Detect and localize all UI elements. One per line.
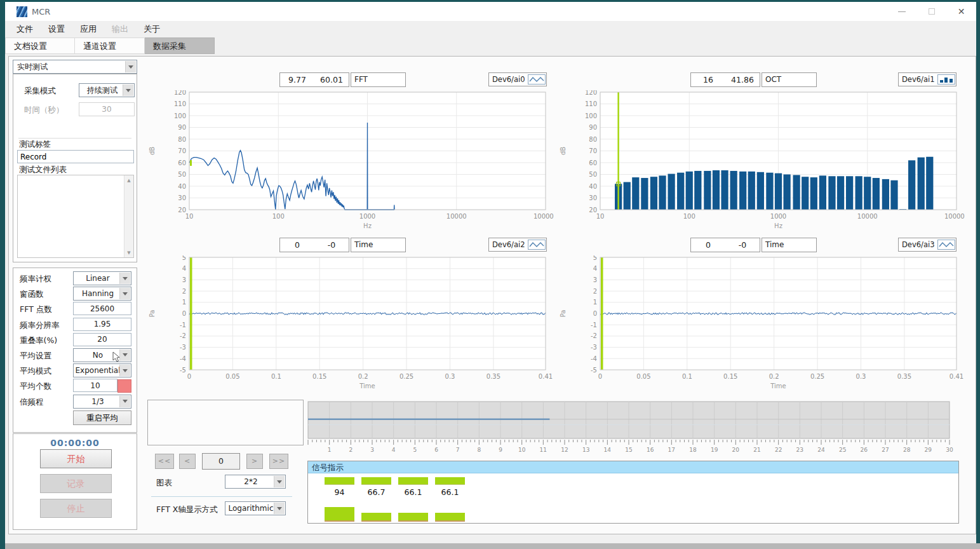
app-title: MCR: [32, 7, 50, 17]
test-mode-select[interactable]: 实时测试: [13, 60, 137, 74]
svg-text:70: 70: [178, 147, 186, 154]
svg-text:0.05: 0.05: [225, 373, 239, 380]
signal-peak-bar: [325, 507, 354, 522]
svg-text:dB: dB: [560, 147, 567, 155]
svg-text:80: 80: [178, 136, 186, 143]
svg-text:Hz: Hz: [363, 222, 372, 229]
nav-prev-button[interactable]: <: [179, 454, 196, 469]
tab-channel-settings[interactable]: 通道设置: [75, 37, 145, 54]
param-select[interactable]: No: [73, 348, 131, 362]
test-tag-input[interactable]: [17, 150, 134, 163]
chevron-down-icon[interactable]: [119, 396, 130, 407]
nav-first-button[interactable]: <<: [155, 454, 174, 469]
svg-text:dB: dB: [149, 147, 156, 155]
svg-text:100: 100: [272, 213, 285, 220]
chevron-down-icon[interactable]: [119, 365, 130, 376]
param-input[interactable]: [73, 318, 131, 331]
chart-grid: 9.77 60.01 FFT Dev6/ai0 2030405060708090…: [147, 60, 968, 395]
chevron-down-icon[interactable]: [119, 273, 130, 284]
svg-text:-1: -1: [180, 322, 186, 329]
svg-text:11: 11: [540, 447, 547, 453]
svg-text:0.35: 0.35: [487, 373, 500, 380]
param-row: 倍频程1/3: [13, 394, 137, 409]
start-button[interactable]: 开始: [40, 449, 112, 468]
nav-next-button[interactable]: >: [246, 454, 263, 469]
test-file-list-label: 测试文件列表: [19, 165, 67, 175]
menu-settings[interactable]: 设置: [41, 21, 72, 37]
acq-mode-select[interactable]: 持续测试: [79, 83, 135, 97]
param-select[interactable]: Linear: [73, 271, 131, 285]
nav-last-button[interactable]: >>: [269, 454, 288, 469]
chevron-down-icon[interactable]: [274, 476, 285, 487]
svg-text:29: 29: [925, 447, 932, 453]
stop-button[interactable]: 停止: [40, 499, 112, 518]
param-input[interactable]: [73, 333, 131, 346]
time-seconds-input[interactable]: [79, 102, 135, 116]
param-row: FFT 点数: [13, 301, 137, 316]
oct-channel-button[interactable]: Dev6/ai1: [898, 72, 957, 86]
elapsed-timer: 00:00:00: [13, 438, 137, 448]
svg-text:5: 5: [593, 255, 597, 261]
record-timeline[interactable]: 1234567891011121314151617181920212223242…: [307, 401, 959, 457]
time1-plot[interactable]: -5-4-3-2-101234500.050.10.150.20.250.30.…: [147, 255, 554, 391]
title-bar: MCR ✕: [5, 2, 976, 21]
channel-name: Dev6/ai0: [492, 75, 525, 84]
oct-plot[interactable]: 2030405060708090100110120101001000100001…: [558, 90, 965, 231]
restart-average-button[interactable]: 重启平均: [73, 410, 131, 425]
fft-xaxis-mode-select[interactable]: Logarithmic: [225, 501, 286, 515]
maximize-button[interactable]: [916, 2, 946, 21]
empty-list-box: [147, 400, 304, 445]
scrollbar[interactable]: ▲ ▼: [124, 175, 133, 257]
scroll-down-icon[interactable]: ▼: [124, 248, 133, 257]
menu-about[interactable]: 关于: [136, 21, 168, 37]
menu-output[interactable]: 输出: [104, 21, 136, 37]
channel-name: Dev6/ai1: [902, 75, 935, 84]
signal-level-bar: [435, 477, 465, 485]
chevron-down-icon[interactable]: [119, 349, 130, 361]
svg-text:110: 110: [585, 100, 597, 107]
chart-layout-select[interactable]: 2*2: [225, 475, 286, 489]
svg-text:120: 120: [585, 90, 597, 96]
channel-name: Dev6/ai3: [902, 240, 935, 249]
chevron-down-icon[interactable]: [274, 503, 285, 514]
minimize-button[interactable]: [887, 2, 916, 21]
test-file-list[interactable]: ▲ ▼: [17, 175, 134, 258]
svg-text:50: 50: [178, 171, 186, 178]
chevron-down-icon[interactable]: [125, 61, 136, 72]
fft-plot[interactable]: 2030405060708090100110120101001000100001…: [147, 90, 554, 231]
param-input[interactable]: [73, 302, 131, 315]
chevron-down-icon[interactable]: [119, 288, 130, 299]
chart-layout-label: 图表: [156, 478, 172, 489]
scroll-up-icon[interactable]: ▲: [124, 175, 133, 185]
menu-apply[interactable]: 应用: [72, 21, 104, 37]
nav-page-value[interactable]: 0: [202, 453, 240, 470]
svg-text:Time: Time: [359, 383, 375, 390]
tab-data-acquisition[interactable]: 数据采集: [145, 37, 215, 54]
time2-channel-button[interactable]: Dev6/ai3: [898, 238, 957, 252]
param-value: Exponential: [76, 366, 121, 375]
svg-text:8: 8: [477, 447, 481, 453]
svg-text:23: 23: [796, 447, 803, 453]
svg-text:100000: 100000: [534, 213, 554, 220]
param-select[interactable]: Exponential: [73, 363, 131, 377]
record-button[interactable]: 记录: [40, 474, 112, 493]
svg-text:10: 10: [185, 213, 194, 220]
svg-text:9: 9: [499, 447, 502, 453]
param-select[interactable]: 1/3: [73, 395, 131, 409]
time1-channel-button[interactable]: Dev6/ai2: [488, 238, 547, 252]
minimize-icon: [898, 11, 906, 12]
svg-text:90: 90: [589, 124, 597, 131]
tab-doc-settings[interactable]: 文档设置: [5, 37, 75, 54]
svg-text:0.2: 0.2: [769, 373, 779, 380]
svg-text:21: 21: [753, 447, 760, 453]
menu-file[interactable]: 文件: [9, 21, 41, 37]
svg-text:6: 6: [434, 447, 438, 453]
param-input[interactable]: [73, 379, 117, 392]
time2-plot[interactable]: -5-4-3-2-101234500.050.10.150.20.250.30.…: [558, 255, 965, 391]
svg-text:5: 5: [182, 255, 186, 261]
chevron-down-icon[interactable]: [123, 85, 133, 96]
close-button[interactable]: ✕: [946, 2, 976, 21]
time1-chart-label: Time: [351, 238, 406, 252]
fft-channel-button[interactable]: Dev6/ai0: [488, 72, 547, 86]
param-select[interactable]: Hanning: [73, 287, 131, 301]
